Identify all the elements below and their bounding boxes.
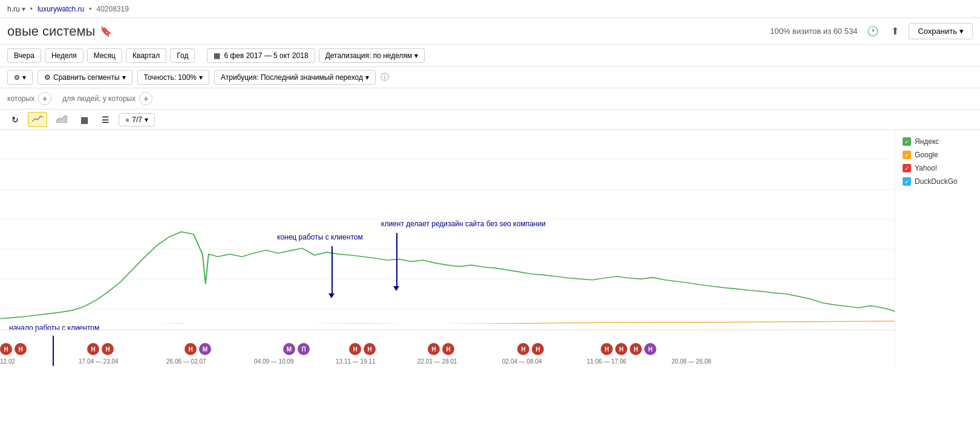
attribution-arrow: ▾ [365, 73, 369, 82]
date-label-1: 12.02 [0, 358, 15, 365]
event-marker-9[interactable]: H [349, 343, 361, 355]
history-button[interactable]: 🕐 [864, 23, 881, 39]
event-marker-3[interactable]: H [87, 343, 99, 355]
yandex-label: Яндекс [915, 137, 939, 146]
date-label-5: 13.11 — 19.11 [336, 358, 376, 365]
event-marker-15[interactable]: H [601, 343, 613, 355]
accuracy-button[interactable]: Точность: 100% ▾ [137, 70, 209, 85]
add-condition-button[interactable]: + [38, 92, 51, 105]
yandex-checkbox[interactable]: ✓ [903, 137, 911, 146]
annotation-end: конец работы с клиентом [277, 233, 363, 241]
area-chart-button[interactable] [52, 112, 71, 127]
duckduckgo-label: DuckDuckGo [915, 177, 958, 186]
visits-info: 100% визитов из 60 534 [770, 27, 857, 36]
event-marker-16[interactable]: H [615, 343, 627, 355]
site-name: h.ru [7, 5, 20, 13]
date-label-7: 02.04 — 08.04 [502, 358, 542, 365]
separator2: • [89, 5, 91, 13]
google-label: Google [915, 151, 938, 159]
yahoo-checkbox[interactable]: ✓ [903, 164, 911, 172]
separator: • [30, 5, 33, 13]
bar-chart-button[interactable]: ▦ [76, 113, 93, 127]
date-range-picker[interactable]: ▦ 6 фев 2017 — 5 окт 2018 [207, 48, 315, 63]
period-yesterday[interactable]: Вчера [7, 48, 41, 63]
event-marker-10[interactable]: H [364, 343, 376, 355]
date-label-8: 11.06 — 17.06 [587, 358, 627, 365]
accuracy-label: Точность: 100% [144, 73, 197, 82]
calendar-icon: ▦ [214, 51, 220, 60]
event-marker-1[interactable]: H [0, 343, 12, 355]
add-people-condition-button[interactable]: + [139, 92, 152, 105]
yahoo-label: Yahoo! [915, 164, 937, 172]
segment-row: которых + для людей, у которых + [0, 88, 980, 109]
date-label-9: 20.08 — 26.08 [671, 358, 711, 365]
site-dropdown[interactable]: h.ru ▾ [7, 5, 25, 13]
event-marker-8[interactable]: П [298, 343, 310, 355]
chart-toolbar: ↻ ▦ ☰ ● 7/7 ▾ [0, 109, 980, 130]
legend-google: ✓ Google [903, 151, 973, 159]
event-marker-5[interactable]: H [185, 343, 197, 355]
refresh-button[interactable]: ↻ [7, 113, 23, 127]
granularity-label: Детализация: по неделям [325, 51, 413, 60]
arrow-redesign [396, 233, 397, 287]
event-marker-6[interactable]: М [199, 343, 211, 355]
period-quarter[interactable]: Квартал [126, 48, 166, 63]
save-button[interactable]: Сохранить ▾ [909, 23, 973, 39]
event-marker-14[interactable]: H [532, 343, 544, 355]
event-marker-17[interactable]: H [630, 343, 642, 355]
period-week[interactable]: Неделя [45, 48, 83, 63]
event-marker-7[interactable]: М [283, 343, 295, 355]
metric-label: 7/7 [132, 116, 142, 124]
segment-left-text: которых [7, 94, 34, 103]
filter-row: ⚙ ▾ ⚙ Сравнить сегменты ▾ Точность: 100%… [0, 67, 980, 88]
attribution-info-icon[interactable]: ⓘ [381, 72, 389, 83]
segment-left-dropdown-arrow: ▾ [22, 73, 26, 82]
site-id: 40208319 [96, 5, 128, 13]
save-dropdown-arrow: ▾ [959, 27, 964, 36]
arrowhead-redesign [393, 286, 399, 291]
period-year[interactable]: Год [170, 48, 195, 63]
event-marker-13[interactable]: H [517, 343, 529, 355]
granularity-dropdown[interactable]: Детализация: по неделям ▾ [319, 48, 425, 63]
export-button[interactable]: ⬆ [889, 23, 901, 39]
compare-label: Сравнить сегменты [53, 73, 120, 82]
date-label-2: 17.04 — 23.04 [79, 358, 119, 365]
segment-right-text: для людей, у которых [62, 94, 136, 103]
event-marker-4[interactable]: H [102, 343, 114, 355]
annotation-redesign: клиент делает редизайн сайта без seo ком… [381, 220, 546, 228]
date-label-6: 22.01 — 28.01 [417, 358, 457, 365]
table-button[interactable]: ☰ [97, 113, 114, 127]
event-marker-2[interactable]: H [15, 343, 27, 355]
segment-filter-left[interactable]: ⚙ ▾ [7, 70, 33, 85]
site-domain: luxurywatch.ru [38, 5, 84, 13]
compare-icon: ⚙ [44, 73, 51, 82]
save-label: Сохранить [918, 27, 957, 36]
site-info: h.ru ▾ • luxurywatch.ru • 40208319 [7, 5, 129, 13]
event-marker-18[interactable]: Н [644, 343, 656, 355]
compare-segments-button[interactable]: ⚙ Сравнить сегменты ▾ [38, 70, 132, 85]
date-label-3: 26.06 — 02.07 [166, 358, 206, 365]
google-checkbox[interactable]: ✓ [903, 151, 911, 159]
svg-marker-0 [56, 116, 67, 123]
line-chart-button[interactable] [28, 112, 47, 127]
date-range-label: 6 фев 2017 — 5 окт 2018 [224, 51, 308, 60]
period-month[interactable]: Месяц [87, 48, 122, 63]
segment-icon: ⚙ [14, 74, 20, 82]
attribution-button[interactable]: Атрибуция: Последний значимый переход ▾ [214, 70, 376, 85]
event-marker-11[interactable]: H [428, 343, 440, 355]
duckduckgo-checkbox[interactable]: ✓ [903, 177, 911, 186]
pin-icon[interactable]: 🔖 [100, 25, 112, 37]
arrowhead-end [328, 293, 335, 298]
header-right: 100% визитов из 60 534 🕐 ⬆ Сохранить ▾ [770, 23, 973, 39]
arrow-end [332, 246, 333, 295]
chart-container: начало работы с клиентом конец работы с … [0, 130, 895, 366]
toolbar-row: Вчера Неделя Месяц Квартал Год ▦ 6 фев 2… [0, 45, 980, 67]
metric-icon: ● [125, 116, 129, 124]
legend-yahoo: ✓ Yahoo! [903, 164, 973, 172]
event-marker-12[interactable]: H [442, 343, 454, 355]
legend-duckduckgo: ✓ DuckDuckGo [903, 177, 973, 186]
header-row: овые системы 🔖 100% визитов из 60 534 🕐 … [0, 18, 980, 45]
metric-selector[interactable]: ● 7/7 ▾ [119, 113, 155, 126]
x-axis: 12.02 17.04 — 23.04 26.06 — 02.07 04.09 … [0, 330, 895, 366]
metric-arrow: ▾ [145, 116, 148, 124]
